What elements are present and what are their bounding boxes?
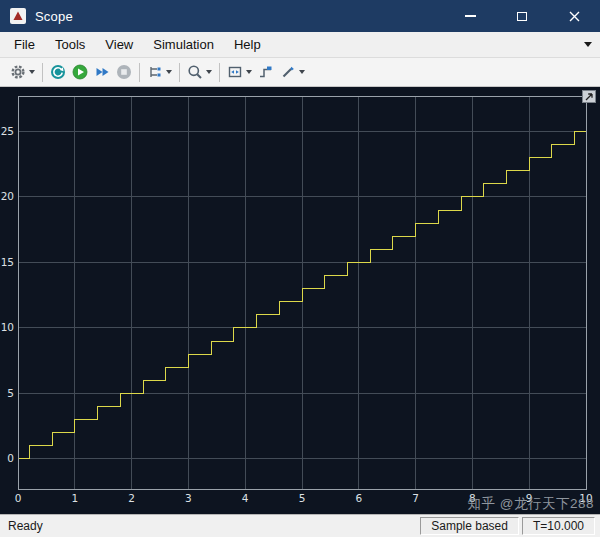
stop-button[interactable] <box>113 60 135 84</box>
close-button[interactable] <box>548 0 600 32</box>
settings-gear-icon <box>10 64 26 80</box>
svg-text:1: 1 <box>71 492 78 504</box>
minimize-icon <box>465 15 476 17</box>
window-title: Scope <box>35 9 73 24</box>
status-bar: Ready Sample based T=10.000 <box>0 514 600 537</box>
svg-text:4: 4 <box>242 492 249 504</box>
circular-arrow-button[interactable] <box>47 60 69 84</box>
svg-text:2: 2 <box>128 492 135 504</box>
menu-tools[interactable]: Tools <box>45 33 95 56</box>
signal-selector-icon <box>147 64 163 80</box>
menu-view[interactable]: View <box>95 33 143 56</box>
menu-simulation[interactable]: Simulation <box>143 33 224 56</box>
menu-overflow-icon[interactable] <box>584 42 592 47</box>
toolbar-separator <box>179 63 180 82</box>
svg-text:0: 0 <box>15 492 22 504</box>
toolbar <box>0 58 600 87</box>
svg-text:5: 5 <box>7 387 14 399</box>
svg-text:10: 10 <box>1 321 14 333</box>
svg-text:15: 15 <box>1 256 14 268</box>
signal-selector-button[interactable] <box>144 60 175 84</box>
close-icon <box>569 11 580 22</box>
zoom-button[interactable] <box>184 60 215 84</box>
maximize-axes-icon <box>585 92 594 101</box>
signal-selector-dropdown-icon <box>166 70 172 74</box>
zoom-dropdown-icon <box>206 70 212 74</box>
watermark: 知乎 @龙行天下288 <box>468 495 594 513</box>
minimize-button[interactable] <box>444 0 496 32</box>
status-panels: Sample based T=10.000 <box>420 517 595 535</box>
fit-to-view-dropdown-icon <box>246 70 252 74</box>
svg-text:6: 6 <box>355 492 362 504</box>
settings-button[interactable] <box>7 60 38 84</box>
maximize-axes-button[interactable] <box>582 90 596 103</box>
fit-to-view-icon <box>227 64 243 80</box>
status-text: Ready <box>8 519 43 533</box>
trigger-icon <box>258 64 274 80</box>
window-controls <box>444 0 600 32</box>
run-icon <box>72 64 88 80</box>
measurements-icon <box>280 64 296 80</box>
run-button[interactable] <box>69 60 91 84</box>
maximize-icon <box>517 12 527 21</box>
fit-to-view-button[interactable] <box>224 60 255 84</box>
scope-plot[interactable]: 0123456789100510152025 <box>0 87 600 514</box>
svg-text:7: 7 <box>412 492 419 504</box>
menu-bar: File Tools View Simulation Help <box>0 32 600 58</box>
scope-app-icon <box>10 8 26 24</box>
stop-icon <box>116 64 132 80</box>
plot-area[interactable]: 0123456789100510152025 知乎 @龙行天下288 <box>0 87 600 514</box>
svg-text:3: 3 <box>185 492 192 504</box>
step-forward-icon <box>94 64 110 80</box>
svg-text:0: 0 <box>7 452 14 464</box>
circular-arrow-icon <box>50 64 66 80</box>
menu-file[interactable]: File <box>4 33 45 56</box>
settings-dropdown-icon <box>29 70 35 74</box>
toolbar-separator <box>139 63 140 82</box>
svg-text:5: 5 <box>299 492 306 504</box>
toolbar-separator <box>219 63 220 82</box>
scope-window: Scope File Tools View Simulation Help <box>0 0 600 537</box>
maximize-button[interactable] <box>496 0 548 32</box>
sample-mode-panel: Sample based <box>420 517 519 535</box>
trigger-button[interactable] <box>255 60 277 84</box>
measurements-button[interactable] <box>277 60 308 84</box>
step-forward-button[interactable] <box>91 60 113 84</box>
menu-help[interactable]: Help <box>224 33 271 56</box>
measurements-dropdown-icon <box>299 70 305 74</box>
toolbar-separator <box>42 63 43 82</box>
svg-text:20: 20 <box>1 190 14 202</box>
sim-time-panel: T=10.000 <box>522 517 595 535</box>
zoom-icon <box>187 64 203 80</box>
title-bar: Scope <box>0 0 600 32</box>
svg-text:25: 25 <box>1 125 14 137</box>
